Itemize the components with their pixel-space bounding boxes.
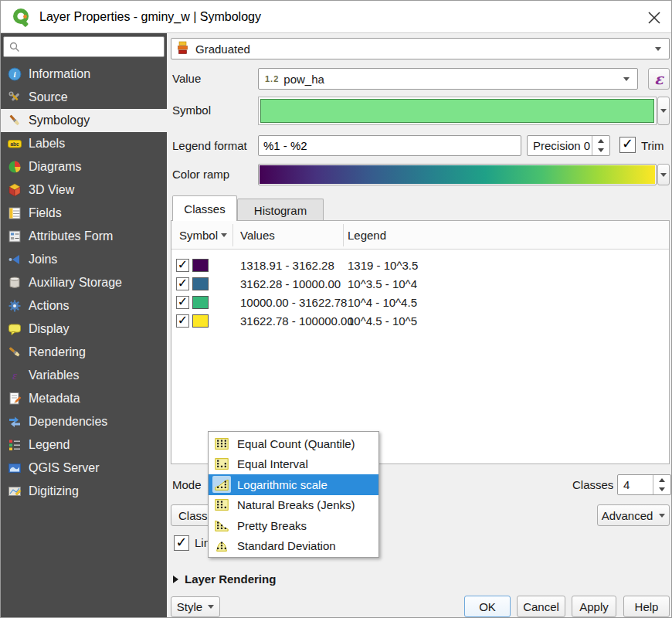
class-values-cell[interactable]: 10000.00 - 31622.78	[240, 294, 347, 312]
class-color-swatch[interactable]	[192, 277, 209, 290]
sidebar-item-display[interactable]: Display	[1, 317, 167, 341]
tab-histogram[interactable]: Histogram	[237, 199, 324, 221]
color-ramp-dropdown-button[interactable]	[657, 164, 670, 185]
ok-button[interactable]: OK	[464, 596, 511, 617]
class-values-cell[interactable]: 3162.28 - 10000.00	[240, 275, 341, 294]
color-ramp-preview[interactable]	[258, 164, 657, 185]
table-header: Symbol Values Legend	[171, 221, 669, 250]
class-values-cell[interactable]: 1318.91 - 3162.28	[240, 256, 334, 275]
sidebar-item-digitizing[interactable]: Digitizing	[1, 480, 167, 503]
class-values-cell[interactable]: 31622.78 - 100000.00	[240, 312, 354, 331]
menu-item-equal-count[interactable]: Equal Count (Quantile)	[209, 433, 378, 454]
3d-view-icon	[7, 183, 22, 197]
mode-label: Mode	[172, 474, 202, 495]
menu-item-natural-breaks[interactable]: Natural Breaks (Jenks)	[209, 495, 378, 516]
sidebar-item-information[interactable]: i Information	[1, 63, 167, 86]
legend-format-input[interactable]	[258, 135, 521, 156]
sidebar-item-source[interactable]: Source	[1, 86, 167, 109]
menu-item-pretty-breaks[interactable]: Pretty Breaks	[209, 515, 378, 536]
tab-classes[interactable]: Classes	[172, 195, 237, 221]
menu-item-logarithmic-scale[interactable]: Logarithmic scale	[209, 474, 378, 495]
class-legend-cell[interactable]: 10^4 - 10^4.5	[348, 294, 417, 312]
spin-up-button[interactable]	[653, 475, 670, 485]
close-icon[interactable]	[645, 8, 664, 27]
sidebar-item-symbology[interactable]: Symbology	[1, 109, 167, 132]
sidebar-item-fields[interactable]: Fields	[1, 202, 167, 225]
display-icon	[7, 322, 22, 336]
checkmark-icon: ✓	[178, 314, 188, 327]
trim-checkbox[interactable]: ✓	[619, 137, 636, 153]
sidebar-item-label: Rendering	[29, 345, 86, 359]
class-legend-cell[interactable]: 10^3.5 - 10^4	[348, 275, 417, 294]
checkmark-icon: ✓	[175, 535, 187, 549]
table-row: ✓ 3162.28 - 10000.00 10^3.5 - 10^4	[171, 275, 669, 294]
sidebar-item-qgis-server[interactable]: QGIS Server	[1, 457, 167, 480]
class-color-swatch[interactable]	[192, 314, 209, 328]
apply-button[interactable]: Apply	[572, 596, 616, 617]
classes-spinbox[interactable]: 4	[617, 474, 671, 495]
attributes-form-icon	[7, 229, 22, 243]
natural-breaks-icon	[212, 497, 231, 514]
precision-spinbox[interactable]: Precision 0	[527, 135, 610, 156]
menu-item-label: Standard Deviation	[237, 539, 336, 552]
sidebar-item-attributes-form[interactable]: Attributes Form	[1, 225, 167, 248]
sidebar-item-label: Display	[29, 322, 69, 336]
search-input[interactable]	[22, 38, 161, 56]
standard-deviation-icon	[212, 538, 231, 555]
sidebar-item-rendering[interactable]: Rendering	[1, 341, 167, 364]
expression-builder-button[interactable]: ε	[648, 68, 670, 90]
symbol-dropdown-button[interactable]	[657, 97, 670, 125]
sidebar-item-label: Legend	[29, 438, 70, 452]
sidebar-item-label: QGIS Server	[29, 461, 100, 475]
title-bar: Layer Properties - gminy_w | Symbology	[1, 1, 672, 33]
sidebar-item-joins[interactable]: Joins	[1, 248, 167, 271]
menu-item-standard-deviation[interactable]: Standard Deviation	[209, 536, 378, 557]
spin-up-button[interactable]	[592, 136, 609, 146]
value-field-combobox[interactable]: 1.2 pow_ha	[258, 68, 638, 90]
sidebar-item-diagrams[interactable]: Diagrams	[1, 155, 167, 178]
symbol-label: Symbol	[172, 96, 211, 125]
advanced-button[interactable]: Advanced	[597, 504, 670, 526]
class-color-swatch[interactable]	[192, 259, 209, 272]
class-legend-cell[interactable]: 1319 - 10^3.5	[348, 256, 418, 275]
class-visibility-checkbox[interactable]: ✓	[176, 296, 189, 309]
class-visibility-checkbox[interactable]: ✓	[176, 259, 189, 272]
equal-count-icon	[212, 435, 231, 452]
menu-item-equal-interval[interactable]: Equal Interval	[209, 454, 378, 475]
help-button[interactable]: Help	[623, 596, 670, 617]
chevron-down-icon	[660, 173, 667, 177]
column-header-symbol[interactable]: Symbol	[179, 221, 218, 250]
class-visibility-checkbox[interactable]: ✓	[176, 314, 189, 328]
expander-right-icon[interactable]	[173, 576, 178, 583]
sidebar-item-labels[interactable]: abc Labels	[1, 132, 167, 155]
style-button[interactable]: Style	[171, 596, 220, 617]
precision-spin-buttons	[592, 136, 609, 155]
classes-value: 4	[618, 475, 653, 494]
sidebar-item-actions[interactable]: Actions	[1, 294, 167, 317]
layer-rendering-header[interactable]: Layer Rendering	[185, 571, 276, 587]
column-header-values[interactable]: Values	[240, 221, 275, 250]
class-color-swatch[interactable]	[192, 296, 209, 309]
sidebar-item-auxiliary-storage[interactable]: Auxiliary Storage	[1, 271, 167, 294]
sidebar-item-variables[interactable]: ε Variables	[1, 364, 167, 387]
class-visibility-checkbox[interactable]: ✓	[176, 277, 189, 290]
class-legend-cell[interactable]: 10^4.5 - 10^5	[348, 312, 417, 331]
window-title: Layer Properties - gminy_w | Symbology	[39, 1, 261, 33]
arrow-down-icon	[598, 148, 604, 152]
digitizing-icon	[7, 484, 22, 498]
cancel-button[interactable]: Cancel	[517, 596, 565, 617]
column-header-legend[interactable]: Legend	[348, 221, 386, 250]
sidebar-item-metadata[interactable]: Metadata	[1, 387, 167, 410]
actions-icon	[7, 299, 22, 313]
link-boundaries-checkbox[interactable]: ✓	[174, 535, 189, 551]
table-row: ✓ 31622.78 - 100000.00 10^4.5 - 10^5	[171, 312, 669, 331]
symbol-preview[interactable]	[258, 97, 657, 125]
sidebar-item-3d-view[interactable]: 3D View	[1, 178, 167, 202]
spin-down-button[interactable]	[592, 146, 609, 156]
qgis-server-icon	[7, 461, 22, 475]
renderer-combobox[interactable]: Graduated	[171, 38, 670, 59]
labels-icon: abc	[7, 137, 22, 151]
spin-down-button[interactable]	[653, 485, 670, 495]
sidebar-item-dependencies[interactable]: Dependencies	[1, 410, 167, 433]
sidebar-item-legend[interactable]: Legend	[1, 433, 167, 457]
